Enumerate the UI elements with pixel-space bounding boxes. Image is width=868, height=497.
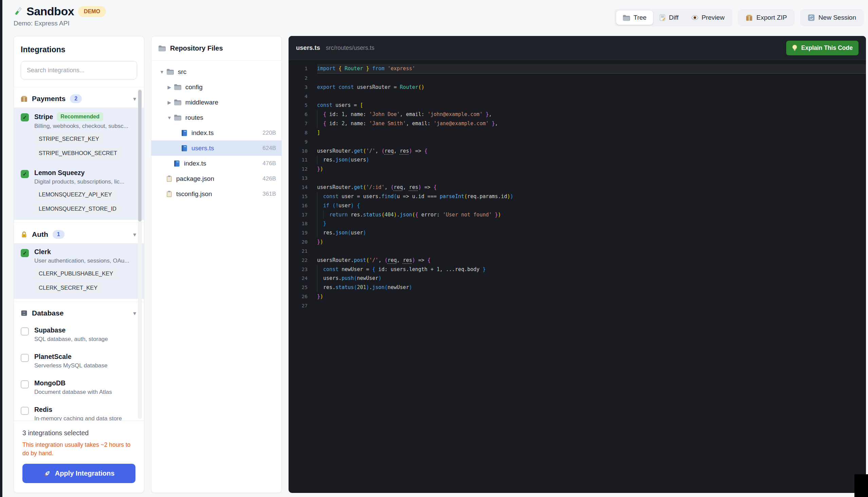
integration-item-stripe[interactable]: ✓StripeRecommendedBilling, webhooks, che… <box>14 108 144 164</box>
integration-item-redis[interactable]: ✓RedisIn-memory caching and data store <box>14 401 144 421</box>
code-token: 1 <box>436 266 439 272</box>
integration-section-header[interactable]: Payments2▼ <box>14 87 144 108</box>
line-number: 25 <box>289 283 308 292</box>
search-input[interactable] <box>21 61 137 80</box>
code-line-text: const newUser = { id: users.length + 1, … <box>317 265 866 274</box>
integration-section-header[interactable]: Database▼ <box>14 302 144 322</box>
checkbox[interactable]: ✓ <box>21 249 29 257</box>
code-token: } <box>366 66 369 72</box>
chevron-right-icon[interactable]: ▶ <box>165 84 174 90</box>
folder-icon <box>166 69 174 75</box>
checkbox[interactable]: ✓ <box>21 113 29 122</box>
code-line: 21 <box>289 247 866 256</box>
code-line: 7 { id: 2, name: 'Jane Smith', email: 'j… <box>289 119 866 128</box>
code-token: const <box>323 193 338 199</box>
checkbox[interactable]: ✓ <box>21 407 29 415</box>
bulb-icon <box>792 44 797 51</box>
memo-icon <box>660 14 666 21</box>
chevron-right-icon[interactable]: ▶ <box>165 100 174 105</box>
screen-corner-artifact <box>854 474 868 497</box>
code-viewer[interactable]: 1import { Router } from 'express'23expor… <box>289 60 866 493</box>
checkbox[interactable]: ✓ <box>21 170 29 178</box>
code-token: usersRouter. <box>317 184 354 190</box>
code-line-text: return res.status(404).json({ error: 'Us… <box>317 210 866 219</box>
code-line: 24 users.push(newUser) <box>289 274 866 283</box>
integration-item-clerk[interactable]: ✓ClerkUser authentication, sessions, OAu… <box>14 243 144 299</box>
code-line-text: ] <box>317 128 866 138</box>
line-number: 18 <box>289 219 308 228</box>
integration-name: MongoDB <box>34 379 66 387</box>
tree-row-routes[interactable]: ▼routes <box>151 110 281 125</box>
code-token: 201 <box>357 284 366 290</box>
checkbox[interactable]: ✓ <box>21 354 29 362</box>
integration-item-mongodb[interactable]: ✓MongoDBDocument database with Atlas <box>14 374 144 401</box>
tree-row-middleware[interactable]: ▶middleware <box>151 95 281 110</box>
tree-row-index.ts[interactable]: index.ts476B <box>151 156 281 171</box>
code-line: 20}) <box>289 238 866 247</box>
file-size: 624B <box>262 145 276 152</box>
integration-item-planetscale[interactable]: ✓PlanetScaleServerless MySQL database <box>14 348 144 374</box>
code-token <box>363 66 366 72</box>
tree-label: routes <box>185 114 203 122</box>
code-token <box>492 212 495 218</box>
tab-tree[interactable]: Tree <box>616 11 653 25</box>
code-token: ( <box>363 148 366 154</box>
code-line: 23 const newUser = { id: users.length + … <box>289 265 866 274</box>
code-token <box>317 221 323 227</box>
code-token: req.params.id <box>467 193 507 199</box>
code-token: newUser <box>357 275 378 281</box>
code-token: ) <box>366 284 369 290</box>
code-token: id: users.length + <box>376 266 437 272</box>
file-tree: ▼src▶config▶middleware▼routesindex.ts220… <box>151 61 281 205</box>
new-session-button[interactable]: New Session <box>800 9 864 26</box>
export-zip-button[interactable]: Export ZIP <box>738 9 795 26</box>
tree-row-index.ts[interactable]: index.ts220B <box>151 125 281 140</box>
explain-code-button[interactable]: Explain This Code <box>786 41 858 55</box>
code-token <box>335 84 338 90</box>
integration-section-auth: Auth1▼✓ClerkUser authentication, session… <box>14 223 144 302</box>
tree-row-tsconfig.json[interactable]: tsconfig.json361B <box>151 186 281 201</box>
tree-row-users.ts[interactable]: users.ts624B <box>151 140 281 156</box>
chevron-down-icon[interactable]: ▼ <box>132 96 137 102</box>
code-token: ( <box>363 184 366 190</box>
code-line: 10usersRouter.get('/', (req, res) => { <box>289 146 866 156</box>
tab-diff[interactable]: Diff <box>653 11 685 25</box>
code-line-text: }) <box>317 238 866 247</box>
folder-icon <box>174 114 181 121</box>
apply-integrations-label: Apply Integrations <box>55 469 115 477</box>
sidebar-scrollbar[interactable] <box>138 89 142 419</box>
tree-label: index.ts <box>184 160 206 167</box>
code-line: 19 res.json(user) <box>289 228 866 238</box>
tree-label: index.ts <box>192 129 213 137</box>
code-token: => <box>415 257 428 263</box>
chevron-down-icon[interactable]: ▼ <box>132 310 137 316</box>
chevron-down-icon[interactable]: ▼ <box>132 232 137 238</box>
checkbox[interactable]: ✓ <box>21 380 29 388</box>
tree-row-src[interactable]: ▼src <box>151 64 281 80</box>
code-line: 1import { Router } from 'express' <box>289 64 866 74</box>
line-number: 10 <box>289 146 308 156</box>
code-token: , <box>495 120 498 127</box>
tab-preview[interactable]: Preview <box>685 11 731 25</box>
code-token: 'User not found' <box>443 212 492 218</box>
checkbox[interactable]: ✓ <box>21 327 29 336</box>
code-token: ] <box>317 130 320 136</box>
sidebar-scrollbar-thumb[interactable] <box>138 90 142 222</box>
file-size: 220B <box>262 130 276 137</box>
chevron-down-icon[interactable]: ▼ <box>165 115 174 120</box>
integration-section-header[interactable]: Auth1▼ <box>14 223 144 243</box>
code-token: parseInt <box>439 193 464 199</box>
unused-param: res <box>403 257 412 263</box>
integration-item-lemon-squeezy[interactable]: ✓Lemon SqueezyDigital products, subscrip… <box>14 164 144 220</box>
indent-guide <box>317 283 318 292</box>
code-token: ) <box>366 157 369 163</box>
chevron-down-icon[interactable]: ▼ <box>157 69 166 75</box>
apply-integrations-button[interactable]: Apply Integrations <box>23 464 136 483</box>
tree-row-config[interactable]: ▶config <box>151 80 281 95</box>
ts-file-icon <box>181 145 187 152</box>
code-line: 8] <box>289 128 866 138</box>
code-line-text <box>317 301 866 310</box>
tree-row-package.json[interactable]: package.json426B <box>151 171 281 186</box>
integration-item-supabase[interactable]: ✓SupabaseSQL database, auth, storage <box>14 322 144 348</box>
indent-guide <box>317 201 318 210</box>
